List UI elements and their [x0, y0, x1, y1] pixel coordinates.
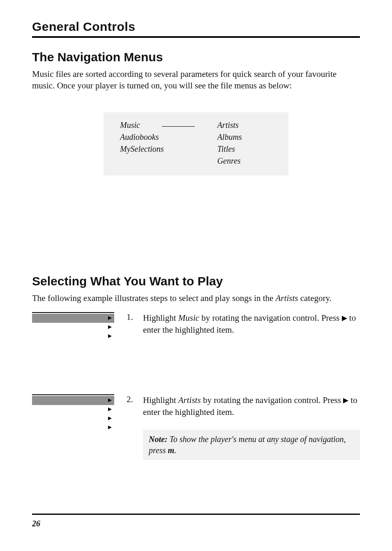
step-text: Highlight Music by rotating the navigati…: [143, 312, 360, 336]
step-figure: [32, 312, 122, 341]
svg-marker-6: [108, 417, 112, 420]
text: by rotating the navigation control. Pres…: [199, 313, 341, 323]
menu-connector-line: [162, 126, 195, 127]
play-triangle-icon: [108, 417, 112, 421]
menu-item: Artists: [217, 120, 242, 130]
screen-row: [32, 414, 114, 423]
menu-item: MySelections: [120, 144, 164, 154]
note-label: Note:: [149, 435, 168, 444]
play-triangle-icon: [108, 407, 112, 412]
menu-item: Genres: [217, 156, 242, 166]
step-number: 2.: [122, 394, 143, 405]
screen-row: [32, 323, 114, 332]
page-number: 26: [32, 519, 40, 528]
svg-marker-7: [108, 426, 112, 429]
text: The following example illustrates steps …: [32, 293, 276, 303]
screen-top-rule: [32, 312, 114, 313]
play-triangle-icon: [342, 313, 347, 324]
note-box: Note: To show the player's menu at any s…: [143, 430, 360, 460]
section-intro-selecting: The following example illustrates steps …: [32, 292, 360, 304]
chapter-title: General Controls: [32, 20, 360, 36]
screen-row: [32, 405, 114, 414]
svg-marker-5: [108, 407, 112, 411]
screen-row: [32, 423, 114, 432]
menu-column-left: Music Audiobooks MySelections: [120, 120, 164, 166]
play-triangle-icon: [108, 398, 112, 403]
text: Highlight: [143, 313, 178, 323]
text: Highlight: [143, 395, 178, 405]
step-number: 1.: [122, 312, 143, 322]
svg-marker-1: [108, 325, 112, 329]
menu-item: Titles: [217, 144, 242, 154]
note-key: m: [168, 446, 174, 455]
svg-marker-0: [108, 316, 112, 320]
menu-item: Albums: [217, 132, 242, 142]
section-heading-nav-menus: The Navigation Menus: [32, 50, 360, 64]
svg-marker-2: [108, 334, 112, 338]
footer-rule: [32, 514, 360, 515]
mini-screen: [32, 312, 114, 341]
svg-marker-8: [343, 398, 348, 403]
svg-marker-4: [108, 398, 112, 402]
text-emphasis: Artists: [178, 395, 201, 405]
play-triangle-icon: [343, 395, 348, 406]
play-triangle-icon: [108, 334, 112, 339]
menu-diagram: Music Audiobooks MySelections Artists Al…: [104, 112, 288, 176]
page-footer: 26: [32, 514, 360, 528]
step-figure: [32, 394, 122, 432]
text-emphasis: Artists: [276, 293, 298, 303]
menu-column-right: Artists Albums Titles Genres: [221, 120, 246, 166]
svg-marker-3: [342, 316, 347, 321]
note-text: .: [174, 446, 176, 455]
section-intro-nav-menus: Music files are sorted according to seve…: [32, 68, 360, 92]
text: by rotating the navigation control. Pres…: [201, 395, 343, 405]
menu-item: Music: [120, 120, 164, 130]
section-heading-selecting: Selecting What You Want to Play: [32, 274, 360, 288]
screen-row: [32, 314, 114, 323]
step-row: 2. Highlight Artists by rotating the nav…: [32, 394, 360, 460]
step-row: 1. Highlight Music by rotating the navig…: [32, 312, 360, 378]
screen-row: [32, 396, 114, 405]
play-triangle-icon: [108, 325, 112, 330]
text: category.: [298, 293, 331, 303]
step-text: Highlight Artists by rotating the naviga…: [143, 394, 360, 460]
text-emphasis: Music: [178, 313, 199, 323]
screen-top-rule: [32, 394, 114, 395]
screen-row: [32, 332, 114, 341]
menu-item: Audiobooks: [120, 132, 164, 142]
play-triangle-icon: [108, 426, 112, 430]
note-text: To show the player's menu at any stage o…: [149, 435, 346, 455]
mini-screen: [32, 394, 114, 432]
chapter-rule: [32, 36, 360, 38]
play-triangle-icon: [108, 316, 112, 321]
